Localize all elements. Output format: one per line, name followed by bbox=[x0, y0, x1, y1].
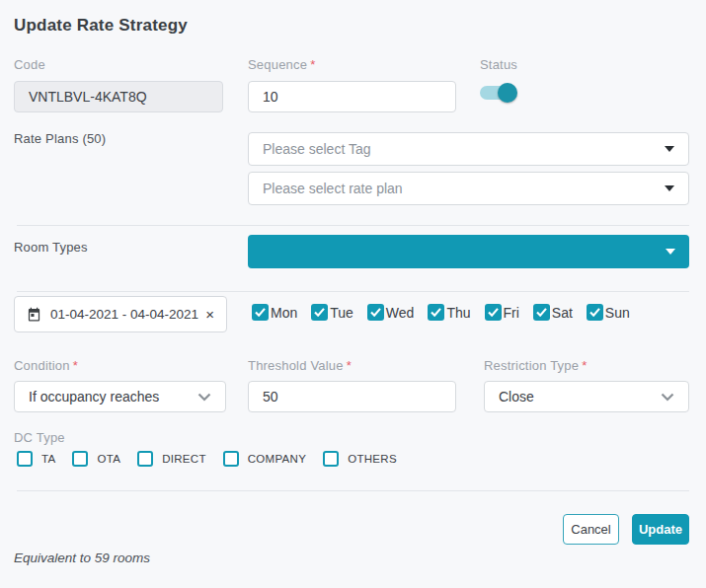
tag-select-placeholder: Please select Tag bbox=[263, 141, 370, 157]
status-toggle[interactable] bbox=[480, 86, 515, 100]
checked-checkbox-icon bbox=[311, 304, 328, 321]
sequence-input[interactable]: 10 bbox=[248, 81, 456, 112]
unchecked-checkbox-icon bbox=[137, 451, 153, 467]
dc-type-label: DC Type bbox=[14, 430, 65, 445]
chevron-down-icon bbox=[197, 393, 211, 402]
checked-checkbox-icon bbox=[428, 304, 444, 321]
clear-icon[interactable]: × bbox=[205, 307, 214, 322]
update-button[interactable]: Update bbox=[632, 514, 689, 545]
toggle-knob-icon bbox=[498, 83, 517, 103]
cancel-button[interactable]: Cancel bbox=[563, 514, 619, 545]
room-types-select[interactable] bbox=[248, 235, 689, 268]
dc-type-checkbox-group: TA OTA DIRECT COMPANY OTHERS bbox=[17, 451, 397, 467]
condition-field-group: Condition* If occupancy reaches bbox=[14, 358, 226, 412]
checkbox-direct[interactable]: DIRECT bbox=[137, 451, 206, 467]
restriction-value: Close bbox=[499, 389, 534, 404]
rate-plans-label: Rate Plans (50) bbox=[14, 131, 106, 146]
threshold-field-group: Threshold Value* 50 bbox=[248, 358, 456, 412]
checkbox-wed[interactable]: Wed bbox=[367, 304, 415, 321]
required-asterisk: * bbox=[582, 358, 587, 373]
date-range-input[interactable]: 01-04-2021 - 04-04-2021 × bbox=[14, 296, 227, 332]
condition-select[interactable]: If occupancy reaches bbox=[14, 381, 226, 412]
tag-select[interactable]: Please select Tag bbox=[248, 132, 689, 166]
divider bbox=[17, 291, 689, 292]
checkbox-mon[interactable]: Mon bbox=[252, 304, 297, 321]
calendar-icon bbox=[27, 307, 41, 322]
checkbox-company[interactable]: COMPANY bbox=[223, 451, 306, 467]
status-label: Status bbox=[480, 57, 517, 72]
checkbox-thu[interactable]: Thu bbox=[428, 304, 470, 321]
chevron-down-icon bbox=[661, 393, 674, 402]
code-value: VNTLBVL-4KAT8Q bbox=[29, 89, 147, 105]
checked-checkbox-icon bbox=[485, 304, 502, 321]
checkbox-fri[interactable]: Fri bbox=[485, 304, 519, 321]
checkbox-sun[interactable]: Sun bbox=[587, 304, 630, 321]
caret-down-icon bbox=[665, 146, 674, 152]
checked-checkbox-icon bbox=[533, 304, 550, 321]
restriction-label: Restriction Type* bbox=[484, 358, 689, 373]
code-label: Code bbox=[14, 57, 223, 72]
checkbox-sat[interactable]: Sat bbox=[533, 304, 573, 321]
checked-checkbox-icon bbox=[587, 304, 603, 321]
update-rate-strategy-form: Update Rate Strategy Code VNTLBVL-4KAT8Q… bbox=[0, 0, 706, 588]
room-types-label: Room Types bbox=[14, 240, 88, 255]
threshold-input[interactable]: 50 bbox=[248, 381, 456, 412]
condition-label: Condition* bbox=[14, 358, 226, 373]
unchecked-checkbox-icon bbox=[17, 451, 33, 467]
sequence-value: 10 bbox=[263, 89, 278, 105]
weekday-checkbox-group: Mon Tue Wed Thu Fri Sat Sun bbox=[252, 304, 630, 321]
restriction-select[interactable]: Close bbox=[484, 381, 689, 412]
threshold-label: Threshold Value* bbox=[248, 358, 456, 373]
checkbox-tue[interactable]: Tue bbox=[311, 304, 353, 321]
caret-down-icon bbox=[665, 185, 674, 191]
checked-checkbox-icon bbox=[367, 304, 384, 321]
checkbox-ota[interactable]: OTA bbox=[72, 451, 120, 467]
required-asterisk: * bbox=[310, 57, 315, 72]
status-field-group: Status bbox=[480, 57, 517, 100]
checked-checkbox-icon bbox=[252, 304, 269, 321]
divider bbox=[17, 225, 689, 226]
unchecked-checkbox-icon bbox=[223, 451, 239, 467]
rate-plan-select-placeholder: Please select rate plan bbox=[263, 181, 403, 196]
checkbox-ta[interactable]: TA bbox=[17, 451, 55, 467]
restriction-field-group: Restriction Type* Close bbox=[484, 358, 689, 412]
required-asterisk: * bbox=[73, 358, 78, 373]
date-range-value: 01-04-2021 - 04-04-2021 bbox=[50, 307, 205, 322]
checkbox-others[interactable]: OTHERS bbox=[323, 451, 397, 467]
caret-down-icon bbox=[666, 249, 675, 255]
unchecked-checkbox-icon bbox=[323, 451, 339, 467]
threshold-value: 50 bbox=[263, 389, 278, 404]
condition-value: If occupancy reaches bbox=[29, 389, 159, 404]
code-input: VNTLBVL-4KAT8Q bbox=[14, 81, 223, 112]
code-field-group: Code VNTLBVL-4KAT8Q bbox=[14, 57, 223, 112]
sequence-field-group: Sequence* 10 bbox=[248, 57, 456, 112]
divider bbox=[17, 490, 689, 491]
equivalent-rooms-note: Equivalent to 59 rooms bbox=[14, 551, 150, 565]
required-asterisk: * bbox=[347, 358, 352, 373]
page-title: Update Rate Strategy bbox=[14, 16, 188, 36]
sequence-label: Sequence* bbox=[248, 57, 456, 72]
rate-plan-select[interactable]: Please select rate plan bbox=[248, 172, 689, 205]
unchecked-checkbox-icon bbox=[72, 451, 88, 467]
